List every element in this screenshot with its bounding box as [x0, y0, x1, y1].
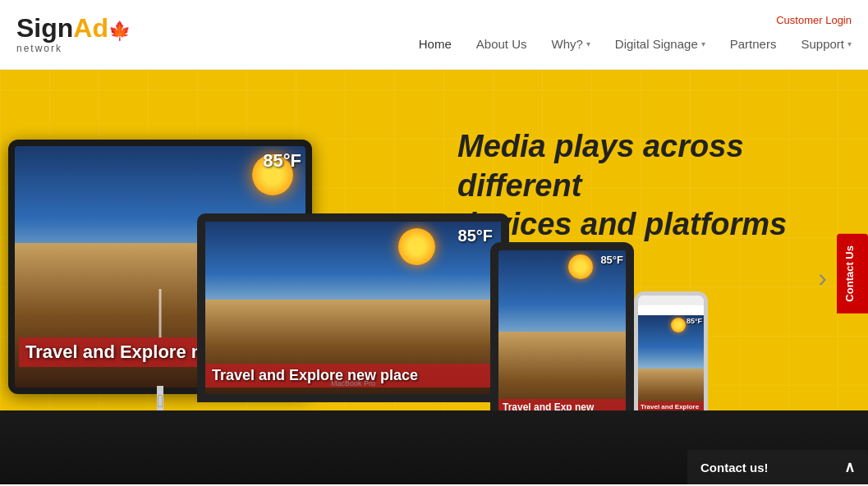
- hero-headline: Media plays across different devices and…: [457, 127, 802, 245]
- weather-sun-phone: [671, 318, 686, 332]
- nav-item-home[interactable]: Home: [419, 33, 452, 55]
- logo-ad: Ad: [73, 13, 108, 43]
- chevron-up-icon: ∧: [844, 458, 855, 476]
- chevron-down-icon: ▾: [701, 39, 705, 48]
- tablet-screen: 85°F Travel and Exp new place: [490, 242, 634, 439]
- macbook-screen: 85°F Travel and Explore new place MacBoo…: [197, 213, 509, 402]
- weather-temp-phone: 85°F: [687, 317, 702, 325]
- hero-headline-line1: Media plays across different: [457, 129, 744, 203]
- header: SignAd🍁 network Customer Login Home Abou…: [0, 0, 868, 70]
- nav-item-partners[interactable]: Partners: [730, 33, 777, 55]
- logo-sign: Sign: [16, 13, 73, 43]
- weather-sun-macbook: [398, 228, 435, 265]
- hero-banner: Media plays across different devices and…: [0, 70, 868, 484]
- weather-sun-tablet: [568, 254, 593, 279]
- weather-temp-macbook: 85°F: [458, 227, 493, 245]
- chevron-down-icon: ▾: [847, 39, 852, 48]
- road-lines: [159, 289, 162, 338]
- weather-temp-large: 85°F: [263, 150, 301, 172]
- nav-item-why[interactable]: Why? ▾: [552, 33, 590, 55]
- phone-top-bar: [638, 296, 704, 305]
- contact-bar-label: Contact us!: [700, 461, 769, 475]
- customer-login-link[interactable]: Customer Login: [776, 14, 852, 26]
- logo: SignAd🍁 network: [16, 15, 131, 54]
- logo-maple: 🍁: [108, 21, 131, 41]
- main-nav: Home About Us Why? ▾ Digital Signage ▾ P…: [419, 33, 852, 55]
- macbook-label: MacBook Pro: [331, 379, 375, 387]
- carousel-next-arrow[interactable]: ›: [818, 262, 827, 292]
- logo-network: network: [16, 43, 131, 54]
- contact-bar[interactable]: Contact us! ∧: [687, 450, 868, 484]
- nav-item-digital-signage[interactable]: Digital Signage ▾: [615, 33, 705, 55]
- tablet-device: 85°F Travel and Exp new place: [490, 242, 634, 439]
- chevron-down-icon: ▾: [586, 39, 590, 48]
- logo-text: SignAd🍁: [16, 15, 131, 41]
- weather-temp-tablet: 85°F: [600, 254, 623, 266]
- nav-item-support[interactable]: Support ▾: [801, 33, 852, 55]
- contact-sidebar-button[interactable]: Contact Us: [837, 234, 868, 314]
- apple-logo-icon: : [157, 391, 163, 412]
- nav-wrapper: Customer Login Home About Us Why? ▾ Digi…: [419, 14, 852, 55]
- nav-item-about[interactable]: About Us: [476, 33, 527, 55]
